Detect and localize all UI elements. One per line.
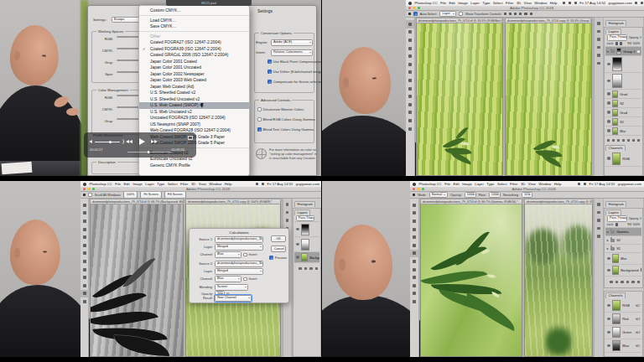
- tool-clone[interactable]: [406, 85, 414, 93]
- layer-row-group1[interactable]: ▾ Group 1: [605, 47, 642, 56]
- panel-icon[interactable]: [597, 30, 600, 34]
- document-tab[interactable]: drummondphotoproductions_79_0714.tif @ 6…: [90, 199, 184, 204]
- menu-window[interactable]: Window: [538, 182, 551, 186]
- channel-row-green[interactable]: Green ⌘4: [605, 326, 642, 339]
- show-transform-checkbox[interactable]: [459, 12, 463, 16]
- channel-row-rgb[interactable]: RGB ⌘2: [605, 299, 642, 313]
- menu-user[interactable]: guygowan.com: [296, 182, 319, 186]
- menu-item-profile[interactable]: US Newsprint (SNAP 2007): [139, 122, 249, 128]
- mask-icon[interactable]: [617, 139, 620, 142]
- layer-thumbnail[interactable]: [612, 118, 618, 126]
- link-icon[interactable]: [607, 139, 610, 142]
- tool-text[interactable]: [406, 125, 414, 133]
- menu-item-profile-checked[interactable]: Coated FOGRA39 (ISO 12647-2:2004): [139, 46, 249, 53]
- channel-thumbnail[interactable]: [612, 327, 621, 338]
- menu-item-save-cmyk[interactable]: Save CMYK…: [139, 23, 249, 30]
- menu-item-profile[interactable]: U.S. Web Uncoated v2: [139, 109, 249, 116]
- preview-checkbox[interactable]: [269, 256, 273, 260]
- layer-row[interactable]: Grad: [605, 90, 642, 99]
- menu-type[interactable]: Type: [157, 182, 164, 186]
- tool-quick-select[interactable]: [410, 225, 418, 234]
- align-icon[interactable]: [514, 13, 517, 15]
- document-canvas[interactable]: [420, 204, 522, 357]
- menu-type[interactable]: Type: [486, 182, 494, 186]
- layer-thumbnail[interactable]: [612, 254, 619, 263]
- document-tab[interactable]: drummondphotoproductions_79_0714 copy @ …: [185, 199, 281, 204]
- compensate-checkbox[interactable]: [267, 80, 272, 84]
- layer-row-background[interactable]: Background: [605, 265, 642, 277]
- visibility-eye-icon[interactable]: [607, 344, 611, 347]
- menu-item-load-cmyk[interactable]: Load CMYK…: [139, 18, 249, 24]
- menu-select[interactable]: Select: [168, 182, 178, 186]
- tool-lasso[interactable]: [80, 217, 89, 225]
- menu-filter[interactable]: Filter: [510, 182, 517, 186]
- menu-select[interactable]: Select: [497, 182, 507, 186]
- menu-view[interactable]: View: [199, 182, 206, 186]
- rewind-button[interactable]: [126, 140, 132, 143]
- tool-pen[interactable]: [410, 290, 418, 298]
- channel2-select[interactable]: Blue: [215, 276, 242, 282]
- mask-icon[interactable]: [621, 281, 624, 284]
- layer-row[interactable]: Blur: [605, 127, 642, 136]
- visibility-eye-icon[interactable]: [607, 318, 611, 320]
- invert2-checkbox[interactable]: [243, 277, 247, 282]
- tool-quick-select[interactable]: [80, 225, 89, 234]
- lock-icon[interactable]: [615, 42, 618, 44]
- seek-handle[interactable]: [148, 151, 149, 153]
- volume-handle[interactable]: [109, 141, 112, 143]
- trash-icon[interactable]: [637, 281, 641, 284]
- layer1-select[interactable]: Merged: [215, 244, 263, 251]
- document-tab[interactable]: drummondphotoproductions_79_0714.tif @ 3…: [416, 18, 503, 23]
- panel-icon[interactable]: [597, 22, 600, 25]
- channel1-select[interactable]: Blue: [215, 251, 242, 258]
- menu-item-profile[interactable]: Coated FOGRA27 (ISO 12647-2:2004): [139, 39, 249, 46]
- status-icon[interactable]: [584, 183, 586, 185]
- black-point-checkbox[interactable]: [267, 59, 272, 64]
- layer2-select[interactable]: Merged: [215, 268, 263, 275]
- minimize-button[interactable]: [87, 188, 90, 190]
- fx-icon[interactable]: [612, 139, 615, 142]
- channels-tab[interactable]: Channels: [605, 292, 626, 298]
- fill-screen-button[interactable]: Fill Screen: [164, 192, 186, 199]
- menu-item-profile-highlighted[interactable]: U.S. Web Coated (SWOP) v2: [139, 102, 249, 109]
- layer-row[interactable]: S2: [605, 99, 642, 108]
- menu-item-profile[interactable]: Japan Color 2001 Uncoated: [139, 65, 249, 71]
- seek-bar[interactable]: [127, 152, 171, 153]
- lock-icon[interactable]: [615, 223, 618, 225]
- auto-select-target[interactable]: Layer: [439, 11, 456, 17]
- adjustment-icon[interactable]: [622, 139, 625, 142]
- layer-thumbnail[interactable]: [301, 253, 308, 261]
- visibility-eye-icon[interactable]: [607, 304, 611, 307]
- tool-lasso[interactable]: [410, 217, 418, 225]
- panel-icon[interactable]: [597, 46, 600, 49]
- tool-move[interactable]: [80, 201, 89, 209]
- visibility-eye-icon[interactable]: [607, 269, 611, 272]
- tool-eyedropper[interactable]: [410, 241, 418, 250]
- apple-menu-icon[interactable]: [408, 2, 412, 5]
- document-canvas[interactable]: [524, 204, 593, 357]
- status-icon[interactable]: [569, 2, 571, 4]
- new-layer-icon[interactable]: [632, 139, 635, 142]
- tool-gradient[interactable]: [410, 273, 418, 282]
- panel-icon[interactable]: [286, 211, 289, 215]
- tool-crop[interactable]: [410, 233, 418, 241]
- layer-row[interactable]: S1: [605, 117, 642, 127]
- menu-item-profile[interactable]: Japan Color 2003 Web Coated: [139, 77, 249, 84]
- tool-hand[interactable]: [80, 290, 89, 298]
- layer-thumbnail[interactable]: [612, 90, 618, 98]
- tool-eyedropper[interactable]: [406, 60, 414, 69]
- menu-layer[interactable]: Layer: [145, 182, 153, 186]
- tool-gradient[interactable]: [406, 101, 414, 109]
- engine-select[interactable]: Adobe (ACE): [271, 39, 313, 46]
- menu-edit[interactable]: Edit: [449, 1, 455, 5]
- menu-user[interactable]: guygowan.com: [609, 1, 632, 5]
- tool-quick-select[interactable]: [406, 44, 414, 53]
- visibility-eye-icon[interactable]: [607, 92, 611, 95]
- fill-value[interactable]: Fill: 100%: [627, 223, 640, 226]
- trash-icon[interactable]: [637, 139, 640, 142]
- menu-3d[interactable]: 3D: [517, 1, 521, 5]
- opacity-field[interactable]: 100%: [465, 192, 476, 198]
- visibility-eye-icon[interactable]: [607, 331, 611, 334]
- zoom-button[interactable]: [92, 188, 95, 190]
- menu-photoshop[interactable]: Photoshop CC: [419, 182, 442, 186]
